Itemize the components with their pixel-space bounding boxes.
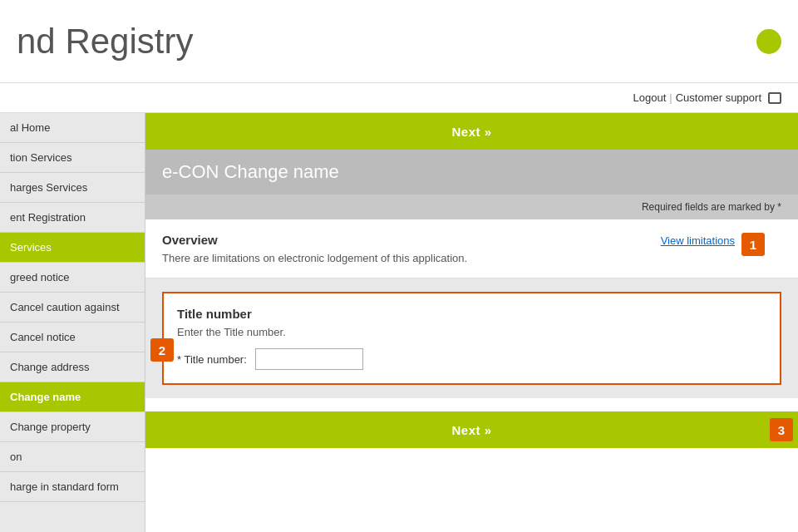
view-limitations-button[interactable]: View limitations (661, 233, 735, 247)
title-number-section: Title number Enter the Title number. * T… (162, 292, 781, 385)
required-text: Required fields are marked by * (642, 201, 781, 213)
title-number-heading: Title number (177, 307, 766, 321)
overview-container: Overview There are limitations on electr… (145, 219, 798, 278)
layout: al Home tion Services harges Services en… (0, 113, 798, 532)
customer-support-link[interactable]: Customer support (676, 91, 761, 104)
sidebar-item-charges-services[interactable]: harges Services (0, 173, 145, 203)
sidebar-item-change-address[interactable]: Change address (0, 352, 145, 382)
sidebar-item-cancel-notice[interactable]: Cancel notice (0, 323, 145, 352)
overview-section: Overview There are limitations on electr… (145, 219, 798, 278)
bottom-toolbar: Next » 3 (145, 411, 798, 448)
sidebar-item-agreed-notice[interactable]: greed notice (0, 263, 145, 293)
header: nd Registry (0, 0, 798, 83)
top-nav-links: Logout | Customer support (633, 91, 781, 104)
header-right (756, 29, 781, 54)
sidebar-item-portal-home[interactable]: al Home (0, 113, 145, 143)
sidebar-item-tion-services[interactable]: tion Services (0, 143, 145, 173)
annotation-badge-2: 2 (150, 338, 174, 362)
sidebar: al Home tion Services harges Services en… (0, 113, 145, 532)
top-toolbar: Next » (145, 113, 798, 150)
header-title: nd Registry (17, 22, 193, 62)
monitor-icon (768, 92, 781, 104)
sidebar-item-on[interactable]: on (0, 442, 145, 472)
overview-content: Overview There are limitations on electr… (162, 233, 467, 264)
sidebar-item-cancel-caution[interactable]: Cancel caution against (0, 293, 145, 323)
sidebar-item-change-property[interactable]: Change property (0, 412, 145, 442)
annotation-badge-1: 1 (741, 233, 765, 256)
required-fields-bar: Required fields are marked by * (145, 195, 798, 219)
title-number-label: * Title number: (177, 353, 247, 366)
header-logo (756, 29, 781, 54)
title-number-input[interactable] (255, 348, 363, 370)
logout-link[interactable]: Logout (633, 91, 667, 104)
sidebar-item-change-name[interactable]: Change name (0, 382, 145, 412)
main-content: Next » e-CON Change name Required fields… (145, 113, 798, 532)
next-button-top[interactable]: Next » (431, 118, 511, 145)
title-section-wrapper: 2 Title number Enter the Title number. *… (145, 278, 798, 398)
nav-separator: | (669, 91, 672, 104)
overview-heading: Overview (162, 233, 467, 247)
title-field-row: * Title number: (177, 348, 766, 370)
sidebar-item-services-header[interactable]: Services (0, 233, 145, 263)
next-button-bottom[interactable]: Next » (431, 416, 511, 444)
sidebar-item-ent-registration[interactable]: ent Registration (0, 203, 145, 233)
title-number-instruction: Enter the Title number. (177, 326, 766, 338)
top-nav: Logout | Customer support (0, 83, 798, 113)
sidebar-item-harge-standard[interactable]: harge in standard form (0, 472, 145, 502)
page-title: e-CON Change name (162, 161, 781, 183)
annotation-badge-3: 3 (770, 418, 793, 441)
page-title-bar: e-CON Change name (145, 150, 798, 195)
map-background (145, 466, 798, 532)
overview-description: There are limitations on electronic lodg… (162, 252, 467, 264)
